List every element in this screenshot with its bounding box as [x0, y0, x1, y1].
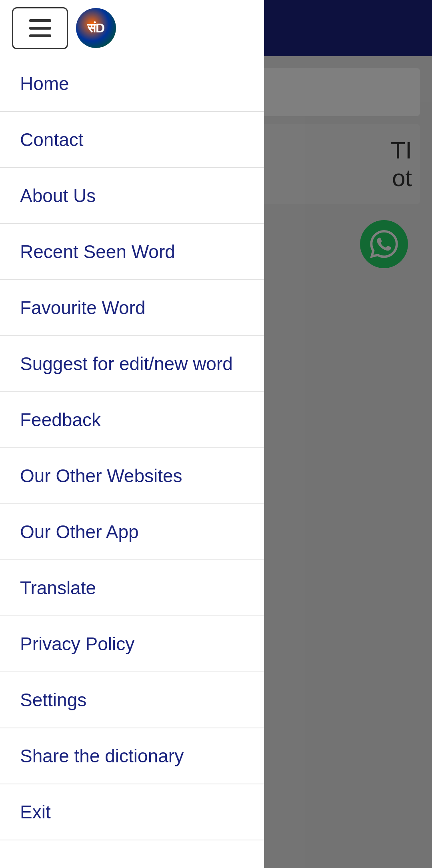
- nav-item-other-app: Our Other App: [0, 504, 264, 560]
- nav-item-settings: Settings: [0, 672, 264, 728]
- nav-link-other-websites[interactable]: Our Other Websites: [0, 448, 264, 503]
- nav-link-about-us[interactable]: About Us: [0, 168, 264, 223]
- navigation-drawer: संD Home Contact About Us Recent Seen Wo…: [0, 0, 264, 868]
- nav-item-privacy-policy: Privacy Policy: [0, 616, 264, 672]
- nav-link-recent-seen-word[interactable]: Recent Seen Word: [0, 224, 264, 279]
- nav-item-translate: Translate: [0, 560, 264, 616]
- drawer-close-button[interactable]: [12, 7, 68, 49]
- nav-link-suggest-edit[interactable]: Suggest for edit/new word: [0, 336, 264, 391]
- nav-item-recent-seen-word: Recent Seen Word: [0, 224, 264, 280]
- nav-item-favourite-word: Favourite Word: [0, 280, 264, 336]
- nav-item-feedback: Feedback: [0, 392, 264, 448]
- hamburger-icon: [29, 19, 51, 37]
- drawer-header: संD: [0, 0, 264, 56]
- nav-item-exit: Exit: [0, 784, 264, 840]
- nav-link-feedback[interactable]: Feedback: [0, 392, 264, 447]
- nav-item-about-us: About Us: [0, 168, 264, 224]
- nav-link-settings[interactable]: Settings: [0, 672, 264, 728]
- nav-link-other-app[interactable]: Our Other App: [0, 504, 264, 559]
- main-navigation: Home Contact About Us Recent Seen Word F…: [0, 56, 264, 840]
- nav-link-share-dictionary[interactable]: Share the dictionary: [0, 728, 264, 784]
- nav-item-share-dictionary: Share the dictionary: [0, 728, 264, 784]
- nav-list: Home Contact About Us Recent Seen Word F…: [0, 56, 264, 840]
- nav-item-suggest-edit: Suggest for edit/new word: [0, 336, 264, 392]
- app-logo: संD: [76, 8, 116, 48]
- nav-item-home: Home: [0, 56, 264, 112]
- nav-link-favourite-word[interactable]: Favourite Word: [0, 280, 264, 335]
- nav-item-contact: Contact: [0, 112, 264, 168]
- nav-link-home[interactable]: Home: [0, 56, 264, 111]
- nav-link-privacy-policy[interactable]: Privacy Policy: [0, 616, 264, 672]
- nav-link-contact[interactable]: Contact: [0, 112, 264, 167]
- nav-item-other-websites: Our Other Websites: [0, 448, 264, 504]
- nav-link-exit[interactable]: Exit: [0, 784, 264, 840]
- nav-link-translate[interactable]: Translate: [0, 560, 264, 615]
